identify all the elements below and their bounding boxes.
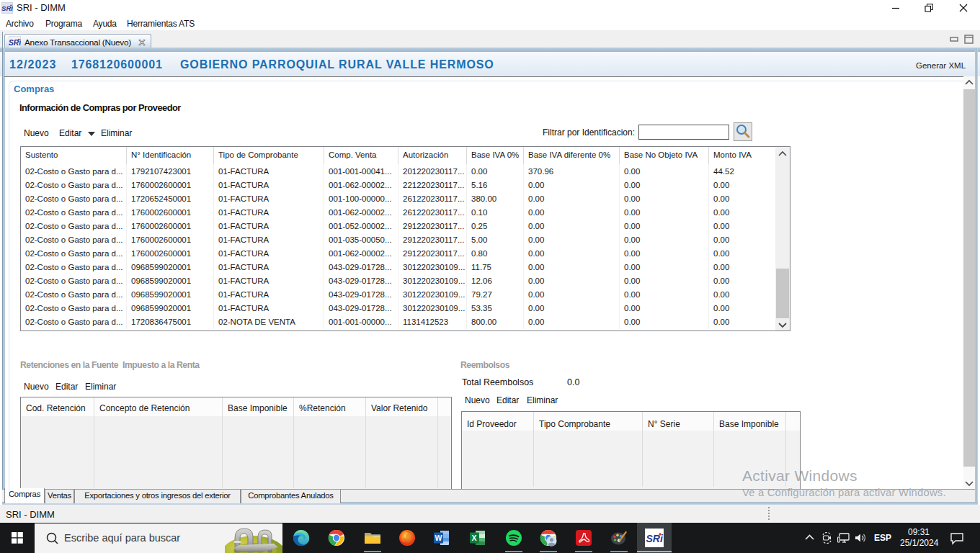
svg-text:W: W bbox=[435, 534, 442, 542]
svg-text:X: X bbox=[472, 534, 477, 542]
